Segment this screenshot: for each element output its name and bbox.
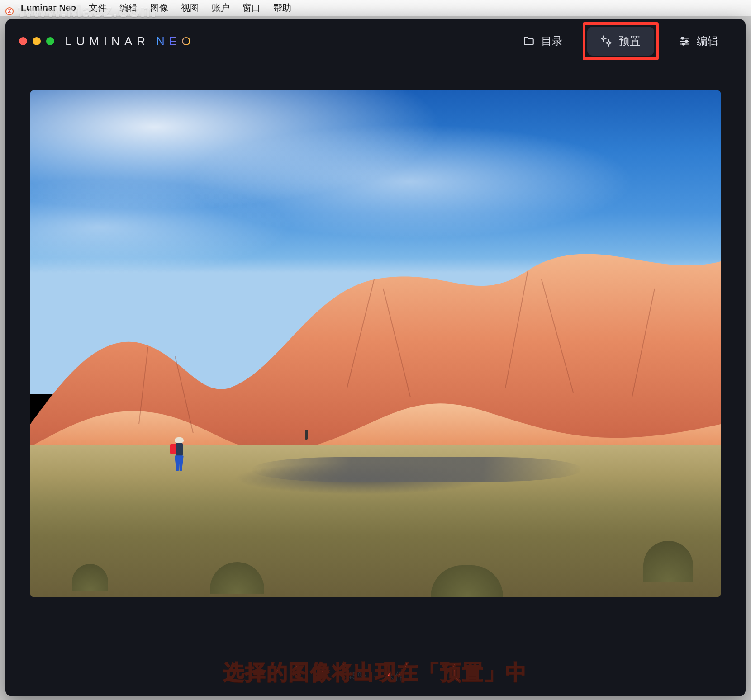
macos-menubar: Z Luminar Neo 文件 编辑 图像 视图 账户 窗口 帮助 bbox=[0, 0, 751, 16]
svg-point-2 bbox=[683, 43, 684, 45]
menu-help[interactable]: 帮助 bbox=[273, 2, 291, 14]
tutorial-highlight: 预置 bbox=[583, 22, 659, 60]
menu-file[interactable]: 文件 bbox=[89, 2, 107, 14]
window-minimize-button[interactable] bbox=[33, 37, 41, 45]
folder-icon bbox=[523, 35, 535, 47]
menu-edit[interactable]: 编辑 bbox=[119, 2, 138, 14]
image-ground-region bbox=[30, 445, 721, 597]
menu-view[interactable]: 视图 bbox=[181, 2, 199, 14]
window-zoom-button[interactable] bbox=[46, 37, 54, 45]
image-person-figure bbox=[172, 437, 186, 473]
image-person-distant bbox=[305, 430, 308, 440]
brand-word-2: NEO bbox=[156, 34, 195, 48]
sparkle-icon bbox=[601, 35, 613, 47]
tab-catalog-label: 目录 bbox=[541, 34, 563, 48]
mode-tabs: 目录 预置 编辑 bbox=[509, 22, 732, 60]
tab-catalog[interactable]: 目录 bbox=[509, 27, 576, 56]
tab-edit-label: 编辑 bbox=[697, 34, 718, 48]
menu-window[interactable]: 窗口 bbox=[242, 2, 261, 14]
svg-point-1 bbox=[685, 40, 687, 42]
sliders-icon bbox=[679, 35, 690, 47]
image-canvas[interactable] bbox=[30, 90, 721, 597]
tab-presets[interactable]: 预置 bbox=[587, 27, 654, 56]
tutorial-caption: 选择的图像将出现在「预置」中 bbox=[5, 658, 746, 686]
app-logo: LUMINAR NEO bbox=[65, 34, 195, 48]
tab-presets-label: 预置 bbox=[619, 34, 641, 48]
svg-point-0 bbox=[682, 37, 684, 39]
menubar-app-name[interactable]: Luminar Neo bbox=[21, 3, 76, 13]
brand-word-1: LUMINAR bbox=[65, 34, 150, 48]
tab-edit[interactable]: 编辑 bbox=[665, 27, 732, 56]
window-controls bbox=[19, 37, 54, 45]
window-titlebar: LUMINAR NEO 目录 预置 编辑 bbox=[5, 19, 746, 63]
window-close-button[interactable] bbox=[19, 37, 27, 45]
menu-image[interactable]: 图像 bbox=[150, 2, 168, 14]
z-badge-icon: Z bbox=[5, 7, 14, 15]
app-window: LUMINAR NEO 目录 预置 编辑 bbox=[5, 19, 746, 696]
menu-account[interactable]: 账户 bbox=[212, 2, 230, 14]
